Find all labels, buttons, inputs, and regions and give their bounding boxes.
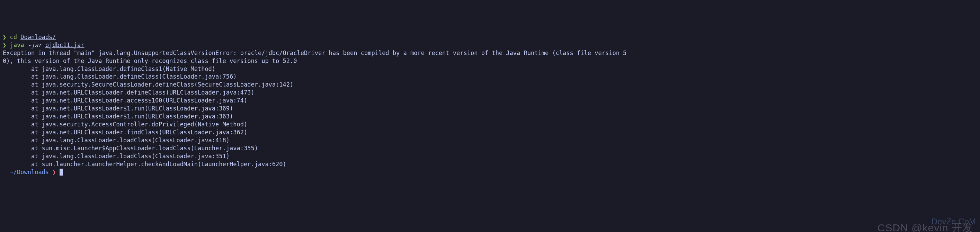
cursor[interactable] bbox=[60, 168, 63, 176]
stack-trace-line: at java.lang.ClassLoader.loadClass(Class… bbox=[3, 137, 229, 144]
stack-trace-line: at sun.launcher.LauncherHelper.checkAndL… bbox=[3, 160, 286, 168]
prompt-arrow-icon: ❯ bbox=[3, 41, 6, 48]
stack-trace-line: at java.net.URLClassLoader$1.run(URLClas… bbox=[3, 105, 233, 112]
prompt-arrow-icon: ❯ bbox=[3, 33, 6, 41]
stack-trace-line: at sun.misc.Launcher$AppClassLoader.load… bbox=[3, 145, 258, 152]
exception-line-2: 0), this version of the Java Runtime onl… bbox=[3, 57, 297, 64]
command-java: java bbox=[10, 41, 24, 48]
stack-trace-line: at java.net.URLClassLoader.findClass(URL… bbox=[3, 129, 247, 136]
stack-trace-line: at java.security.AccessController.doPriv… bbox=[3, 121, 247, 128]
stack-trace-line: at java.lang.ClassLoader.defineClass(Cla… bbox=[3, 73, 237, 80]
exception-line-1: Exception in thread "main" java.lang.Uns… bbox=[3, 49, 627, 56]
watermark-csdn: CSDN @kevin 开发 bbox=[878, 221, 973, 232]
prompt-line-1: ❯ cd Downloads/ bbox=[3, 33, 56, 41]
java-arg: ojdbc11.jar bbox=[45, 41, 84, 48]
stack-trace-line: at java.lang.ClassLoader.loadClass(Class… bbox=[3, 153, 229, 160]
prompt-line-2: ❯ java -jar ojdbc11.jar bbox=[3, 41, 84, 48]
status-line: ~/Downloads ❯ bbox=[3, 168, 63, 176]
terminal-area[interactable]: ❯ cd Downloads/ ❯ java -jar ojdbc11.jar … bbox=[3, 33, 977, 176]
command-cd: cd bbox=[10, 33, 17, 41]
stack-trace-line: at java.net.URLClassLoader.access$100(UR… bbox=[3, 97, 247, 104]
stack-trace-line: at java.security.SecureClassLoader.defin… bbox=[3, 81, 293, 88]
cd-argument: Downloads/ bbox=[21, 33, 56, 41]
java-flag: -jar bbox=[28, 41, 42, 48]
stack-trace-line: at java.net.URLClassLoader.defineClass(U… bbox=[3, 89, 255, 96]
current-path: ~/Downloads bbox=[10, 168, 49, 176]
status-arrow-icon: ❯ bbox=[52, 168, 56, 176]
stack-trace-line: at java.net.URLClassLoader$1.run(URLClas… bbox=[3, 113, 233, 120]
stack-trace-line: at java.lang.ClassLoader.defineClass1(Na… bbox=[3, 65, 215, 72]
